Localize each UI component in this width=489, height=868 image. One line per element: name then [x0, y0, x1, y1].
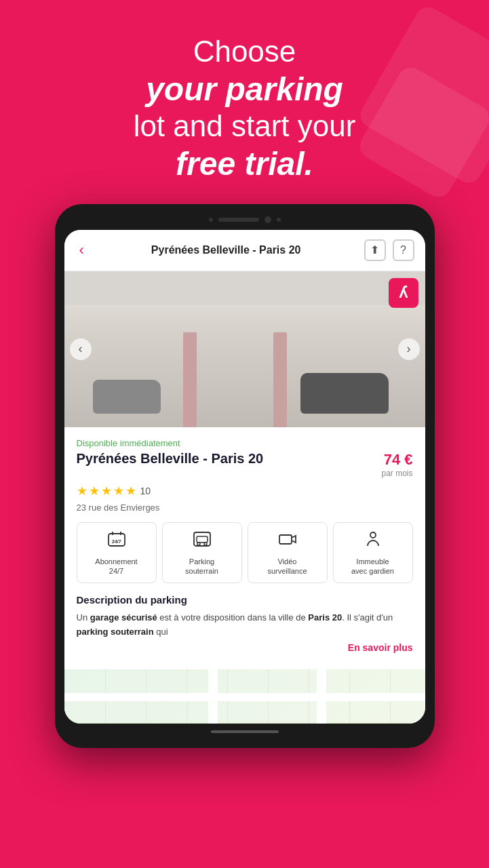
star-5: ★ [125, 484, 136, 498]
header-line1: Choose [27, 34, 462, 70]
car-right [300, 373, 389, 414]
image-prev-button[interactable]: ‹ [70, 338, 92, 360]
map-road-vertical [208, 669, 218, 724]
header-line3: lot and start your [27, 108, 462, 144]
parking-image: ʎ ‹ › [64, 271, 425, 427]
share-button[interactable]: ⬆ [364, 239, 386, 261]
svg-point-7 [204, 542, 207, 545]
car-icon [193, 530, 212, 553]
feature-247: 24/7 Abonnement24/7 [77, 522, 157, 584]
rating-row: ★ ★ ★ ★ ★ 10 [77, 484, 413, 498]
star-1: ★ [77, 484, 87, 498]
phone-camera [265, 216, 271, 223]
svg-text:24/7: 24/7 [112, 539, 121, 544]
garage-column-2 [273, 332, 287, 427]
description-text: Un garage sécurisé est à votre dispositi… [77, 611, 413, 639]
rating-count: 10 [140, 486, 151, 496]
parking-app-logo: ʎ [389, 278, 418, 308]
back-button[interactable]: ‹ [75, 241, 88, 259]
svg-point-6 [197, 542, 200, 545]
description-section: Description du parking Un garage sécuris… [77, 594, 413, 658]
app-header-title: Pyrénées Belleville - Paris 20 [95, 244, 357, 256]
help-button[interactable]: ? [393, 239, 414, 261]
star-2: ★ [89, 484, 100, 498]
star-3: ★ [101, 484, 112, 498]
image-next-button[interactable]: › [398, 338, 420, 360]
car-left [93, 380, 161, 414]
phone-top-bar [64, 216, 425, 230]
parking-title-row: Pyrénées Belleville - Paris 20 74 € par … [77, 451, 413, 478]
svg-point-9 [370, 532, 376, 538]
garage-background [64, 271, 425, 427]
header-line2: your parking [27, 70, 462, 109]
read-more-button[interactable]: En savoir plus [77, 642, 413, 653]
garage-column-1 [183, 332, 197, 427]
phone-body: ‹ Pyrénées Belleville - Paris 20 ⬆ ? [55, 204, 435, 748]
help-icon: ? [400, 244, 406, 256]
parking-name: Pyrénées Belleville - Paris 20 [77, 451, 382, 467]
person-icon [364, 530, 383, 553]
map-road-vertical-2 [317, 669, 326, 724]
phone-mockup: ‹ Pyrénées Belleville - Paris 20 ⬆ ? [0, 204, 489, 748]
phone-screen: ‹ Pyrénées Belleville - Paris 20 ⬆ ? [64, 230, 425, 724]
feature-underground: Parkingsouterrain [162, 522, 242, 584]
phone-bottom-bar [64, 724, 425, 736]
parking-address: 23 rue des Envierges [77, 502, 413, 513]
price-period: par mois [381, 469, 412, 478]
feature-video: Vidéosurveillance [248, 522, 328, 584]
feature-video-label: Vidéosurveillance [267, 557, 307, 576]
availability-badge: Disponible immédiatement [77, 438, 413, 448]
phone-speaker [218, 218, 259, 222]
garage-ceiling [64, 271, 425, 305]
svg-rect-8 [279, 535, 292, 544]
phone-dot [209, 218, 213, 222]
stars-display: ★ ★ ★ ★ ★ [77, 484, 136, 498]
map-preview[interactable] [64, 669, 425, 724]
parking-price: 74 € par mois [381, 451, 412, 478]
camera-icon [278, 530, 297, 553]
svg-rect-5 [197, 536, 208, 542]
feature-underground-label: Parkingsouterrain [185, 557, 218, 576]
features-grid: 24/7 Abonnement24/7 [77, 522, 413, 584]
description-title: Description du parking [77, 594, 413, 606]
star-4: ★ [113, 484, 124, 498]
feature-guard-label: Immeubleavec gardien [351, 557, 394, 576]
map-road-horizontal [64, 693, 425, 701]
app-header: ‹ Pyrénées Belleville - Paris 20 ⬆ ? [64, 230, 425, 271]
price-amount: 74 € [384, 451, 413, 468]
feature-guard: Immeubleavec gardien [333, 522, 413, 584]
header-section: Choose your parking lot and start your f… [0, 0, 489, 204]
logo-char: ʎ [399, 284, 408, 302]
share-icon: ⬆ [370, 243, 379, 256]
clock-icon: 24/7 [107, 530, 126, 553]
feature-247-label: Abonnement24/7 [95, 557, 137, 576]
phone-dot-2 [277, 218, 281, 222]
parking-details: Disponible immédiatement Pyrénées Bellev… [64, 427, 425, 669]
home-indicator [211, 730, 279, 733]
header-line4: free trial. [27, 144, 462, 184]
